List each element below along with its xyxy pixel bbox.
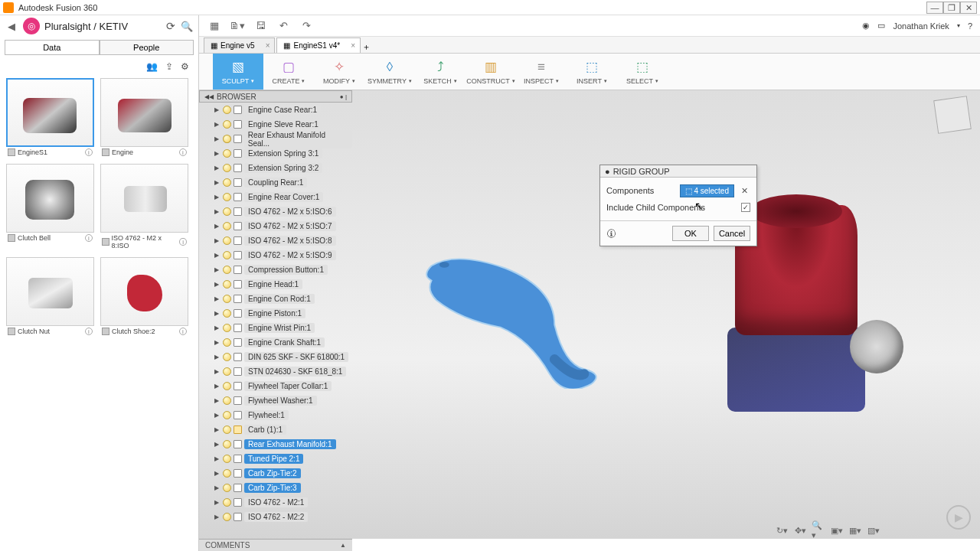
ribbon-sketch[interactable]: ⤴SKETCH	[415, 54, 466, 90]
info-icon[interactable]: i	[85, 148, 93, 156]
expand-icon[interactable]: ▶	[214, 484, 220, 491]
new-tab-button[interactable]: ＋	[362, 41, 371, 53]
tab-data[interactable]: Data	[5, 40, 100, 55]
clear-selection-icon[interactable]: ✕	[739, 186, 750, 196]
fit-icon[interactable]: ▣▾	[830, 524, 844, 536]
tree-item[interactable]: ▶ISO 4762 - M2 x 5:ISO:8	[199, 233, 352, 248]
expand-icon[interactable]: ▶	[214, 310, 220, 317]
refresh-icon[interactable]: ⟳	[166, 20, 175, 32]
tab-people[interactable]: People	[100, 40, 194, 55]
ribbon-insert[interactable]: ⬚INSERT	[567, 54, 617, 90]
expand-icon[interactable]: ▶	[214, 368, 220, 375]
expand-icon[interactable]: ▶	[214, 194, 220, 201]
tree-item[interactable]: ▶Carb Zip-Tie:3	[199, 481, 352, 495]
tree-item[interactable]: ▶ISO 4762 - M2 x 5:ISO:6	[199, 204, 352, 219]
info-icon[interactable]: i	[179, 328, 187, 335]
maximize-button[interactable]: ❐	[943, 2, 960, 14]
visibility-icon[interactable]	[223, 251, 231, 259]
visibility-icon[interactable]	[223, 440, 231, 448]
expand-icon[interactable]: ▶	[214, 354, 220, 360]
visibility-icon[interactable]	[223, 164, 231, 172]
filetab-engines1[interactable]: ▦EngineS1 v4*×	[276, 37, 361, 53]
expand-icon[interactable]: ▶	[214, 455, 220, 462]
ribbon-construct[interactable]: ▥CONSTRUCT	[466, 54, 516, 90]
visibility-icon[interactable]	[223, 207, 231, 216]
comments-bar[interactable]: COMMENTS▲	[199, 539, 352, 551]
expand-icon[interactable]: ▶	[214, 266, 220, 273]
thumb-clutch-bell[interactable]: Clutch Belli	[6, 164, 94, 251]
expand-icon[interactable]: ▶	[214, 106, 220, 113]
visibility-icon[interactable]	[223, 295, 231, 303]
expand-icon[interactable]: ▶	[214, 281, 220, 288]
back-icon[interactable]: ◀	[5, 19, 18, 33]
expand-icon[interactable]: ▶	[214, 383, 220, 390]
tree-item[interactable]: ▶ISO 4762 - M2:2	[199, 510, 352, 524]
visibility-icon[interactable]	[223, 178, 231, 187]
expand-icon[interactable]: ▶	[214, 470, 220, 477]
tree-item[interactable]: ▶DIN 625 SKF - SKF 61800:1	[199, 350, 352, 364]
file-icon[interactable]: 🗎▾	[230, 18, 245, 34]
dialog-info-icon[interactable]: 🛈	[606, 228, 616, 240]
visibility-icon[interactable]	[223, 498, 231, 507]
redo-icon[interactable]: ↷	[299, 18, 314, 34]
visibility-icon[interactable]	[223, 324, 231, 332]
visibility-icon[interactable]	[223, 367, 231, 376]
expand-icon[interactable]: ▶	[214, 441, 220, 448]
expand-icon[interactable]: ▶	[214, 150, 220, 157]
visibility-icon[interactable]	[223, 353, 231, 361]
upload-icon[interactable]: ⇪	[165, 61, 173, 72]
tree-item[interactable]: ▶Compression Button:1	[199, 262, 352, 277]
close-button[interactable]: ✕	[960, 2, 977, 14]
tree-item[interactable]: ▶Rear Exhaust Manifold Seal...	[199, 132, 352, 146]
ribbon-modify[interactable]: ✧MODIFY	[314, 54, 364, 90]
visibility-icon[interactable]	[223, 469, 231, 478]
help-icon[interactable]: ?	[968, 21, 972, 31]
tree-item[interactable]: ▶Flywheel Washer:1	[199, 393, 352, 408]
thumb-engines1[interactable]: EngineS1i	[6, 78, 94, 158]
tree-item[interactable]: ▶ISO 4762 - M2:1	[199, 495, 352, 510]
filetab-engine[interactable]: ▦Engine v5×	[204, 37, 275, 53]
tree-item[interactable]: ▶Flywheel Taper Collar:1	[199, 379, 352, 393]
viewcube[interactable]	[933, 96, 972, 134]
dialog-title[interactable]: ●RIGID GROUP	[600, 165, 756, 178]
expand-icon[interactable]: ▶	[214, 252, 220, 259]
ribbon-inspect[interactable]: ≡INSPECT	[516, 54, 567, 90]
tree-item[interactable]: ▶Extension Spring 3:2	[199, 161, 352, 175]
visibility-icon[interactable]	[223, 338, 231, 347]
minimize-button[interactable]: —	[926, 2, 943, 14]
breadcrumb[interactable]: Pluralsight / KETIV	[44, 21, 128, 32]
thumb-clutch-nut[interactable]: Clutch Nuti	[6, 257, 94, 337]
search-icon[interactable]: 🔍	[180, 19, 194, 33]
visibility-icon[interactable]	[223, 425, 231, 434]
users-icon[interactable]: 👥	[146, 61, 158, 72]
visibility-icon[interactable]	[223, 309, 231, 318]
visibility-icon[interactable]	[223, 135, 231, 143]
tree-item[interactable]: ▶Engine Crank Shaft:1	[199, 335, 352, 350]
pan-icon[interactable]: ✥▾	[793, 524, 807, 536]
display-icon[interactable]: ▦▾	[848, 524, 862, 536]
visibility-icon[interactable]	[223, 411, 231, 419]
include-children-checkbox[interactable]: ✓	[741, 203, 750, 212]
close-icon[interactable]: ×	[351, 41, 355, 50]
tree-item[interactable]: ▶Flywheel:1	[199, 408, 352, 422]
tree-item[interactable]: ▶Rear Exhaust Manifold:1	[199, 437, 352, 452]
thumb-engine[interactable]: Enginei	[100, 78, 188, 158]
tree-item[interactable]: ▶STN 024630 - SKF 618_8:1	[199, 364, 352, 379]
visibility-icon[interactable]	[223, 280, 231, 289]
browser-settings-icon[interactable]: ● |	[340, 93, 347, 100]
close-icon[interactable]: ×	[266, 41, 270, 50]
expand-icon[interactable]: ▶	[214, 223, 220, 230]
tree-item[interactable]: ▶Coupling Rear:1	[199, 175, 352, 190]
visibility-icon[interactable]	[223, 513, 231, 521]
save-icon[interactable]: 🖫	[253, 18, 268, 34]
tree-item[interactable]: ▶Engine Wrist Pin:1	[199, 321, 352, 335]
tree-item[interactable]: ▶Engine Rear Cover:1	[199, 190, 352, 204]
undo-icon[interactable]: ↶	[276, 18, 291, 34]
expand-icon[interactable]: ▶	[214, 295, 220, 302]
expand-icon[interactable]: ▶	[214, 412, 220, 419]
tree-item[interactable]: ▶Carb (1):1	[199, 422, 352, 437]
chat-icon[interactable]: ▭	[877, 21, 885, 31]
expand-icon[interactable]: ▶	[214, 514, 220, 520]
expand-icon[interactable]: ▶	[214, 339, 220, 346]
expand-icon[interactable]: ▶	[214, 165, 220, 171]
